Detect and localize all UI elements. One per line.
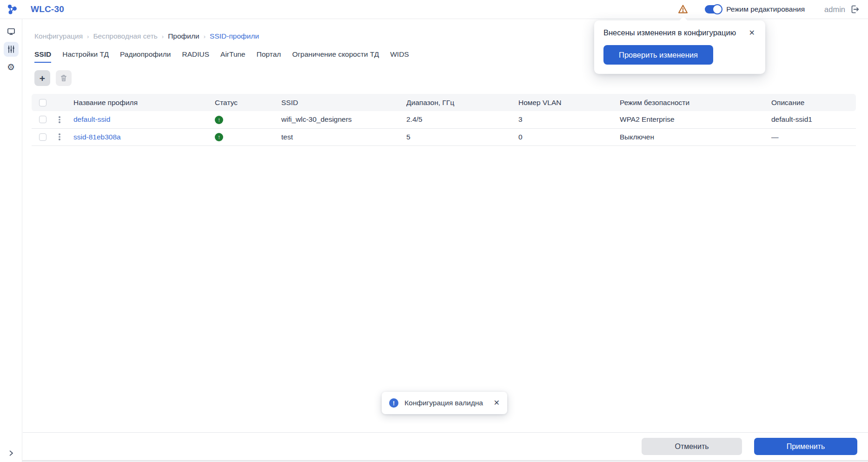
status-up-icon: ↑: [215, 116, 223, 124]
breadcrumb-separator-icon: ›: [204, 33, 205, 40]
status-up-icon: ↑: [215, 133, 223, 141]
tab-ssid[interactable]: SSID: [34, 50, 51, 63]
sidebar: ⚙: [0, 19, 22, 462]
select-all-checkbox[interactable]: [39, 99, 46, 106]
column-header-vlan[interactable]: Номер VLAN: [518, 94, 620, 111]
breadcrumb-separator-icon: ›: [87, 33, 89, 40]
toast-close-icon[interactable]: ✕: [493, 398, 501, 408]
column-header-security[interactable]: Режим безопасности: [620, 94, 771, 111]
kebab-header-cell: [50, 94, 73, 111]
cell-ssid: wifi_wlc-30_designers: [281, 111, 406, 128]
tab-portal[interactable]: Портал: [257, 50, 281, 63]
logout-icon[interactable]: [849, 4, 860, 15]
breadcrumb-item-wireless[interactable]: Беспроводная сеть: [93, 32, 157, 40]
column-header-band[interactable]: Диапазон, ГГц: [406, 94, 518, 111]
trash-icon: [60, 74, 68, 82]
column-header-name[interactable]: Название профиля: [73, 94, 215, 111]
cell-ssid: test: [281, 128, 406, 145]
sidebar-item-settings[interactable]: ⚙: [4, 59, 19, 74]
toggle-knob: [712, 4, 722, 14]
tab-radio-profiles[interactable]: Радиопрофили: [120, 50, 171, 63]
cell-vlan: 3: [518, 111, 620, 128]
sidebar-item-monitoring[interactable]: [4, 24, 19, 39]
sidebar-expand-chevron-icon[interactable]: [0, 450, 22, 456]
apply-button[interactable]: Применить: [754, 438, 857, 455]
column-header-ssid[interactable]: SSID: [281, 94, 406, 111]
breadcrumb-item-configuration[interactable]: Конфигурация: [34, 32, 83, 40]
cell-vlan: 0: [518, 128, 620, 145]
tab-ap-settings[interactable]: Настройки ТД: [62, 50, 109, 63]
main-content: Конфигурация › Беспроводная сеть › Профи…: [23, 19, 868, 432]
popup-title: Внесены изменения в конфигурацию: [603, 28, 748, 37]
check-changes-button[interactable]: Проверить изменения: [603, 45, 713, 65]
config-changes-popup: Внесены изменения в конфигурацию ✕ Прове…: [594, 20, 765, 74]
row-checkbox[interactable]: [39, 116, 46, 123]
cell-band: 2.4/5: [406, 111, 518, 128]
row-menu-kebab-icon[interactable]: [50, 116, 60, 123]
add-profile-button[interactable]: +: [34, 70, 50, 86]
cell-description: default-ssid1: [771, 111, 856, 128]
monitor-icon: [7, 27, 16, 36]
tab-ap-rate-limit[interactable]: Ограничение скорости ТД: [292, 50, 379, 63]
config-valid-toast: ! Конфигурация валидна ✕: [382, 392, 507, 414]
cell-security: WPA2 Enterprise: [620, 111, 771, 128]
app-title: WLC-30: [31, 4, 64, 14]
cell-band: 5: [406, 128, 518, 145]
column-header-status[interactable]: Статус: [215, 94, 281, 111]
toast-text: Конфигурация валидна: [404, 399, 487, 407]
popup-close-icon[interactable]: ✕: [748, 28, 756, 38]
row-checkbox[interactable]: [39, 133, 46, 141]
tab-airtune[interactable]: AirTune: [220, 50, 245, 63]
plus-icon: +: [40, 73, 45, 83]
delete-profile-button[interactable]: [56, 70, 72, 86]
warning-triangle-icon[interactable]: [677, 4, 689, 15]
table-row: default-ssid ↑ wifi_wlc-30_designers 2.4…: [32, 111, 856, 128]
footer-action-bar: Отменить Применить: [23, 432, 868, 460]
row-menu-kebab-icon[interactable]: [50, 133, 60, 140]
sliders-icon: [7, 45, 16, 54]
breadcrumb-separator-icon: ›: [162, 33, 164, 40]
table-header-row: Название профиля Статус SSID Диапазон, Г…: [32, 94, 856, 111]
edit-mode-toggle[interactable]: [705, 5, 722, 13]
cancel-button[interactable]: Отменить: [642, 438, 742, 455]
profile-link[interactable]: ssid-81eb308a: [73, 133, 121, 141]
user-name[interactable]: admin: [824, 5, 845, 14]
tab-radius[interactable]: RADIUS: [182, 50, 209, 63]
ssid-profiles-table: Название профиля Статус SSID Диапазон, Г…: [32, 94, 855, 146]
profile-link[interactable]: default-ssid: [73, 115, 110, 123]
topbar: WLC-30 Режим редактирования admin: [0, 0, 868, 19]
tab-wids[interactable]: WIDS: [390, 50, 409, 63]
edit-mode-label: Режим редактирования: [726, 5, 805, 13]
cell-security: Выключен: [620, 128, 771, 145]
cell-description: —: [771, 128, 856, 145]
gear-icon: ⚙: [7, 63, 15, 72]
breadcrumb-item-profiles[interactable]: Профили: [168, 32, 199, 40]
bottom-edge-strip: [0, 460, 868, 462]
app-logo-icon: [6, 4, 17, 15]
info-icon: !: [389, 398, 398, 408]
table-row: ssid-81eb308a ↑ test 5 0 Выключен —: [32, 128, 856, 145]
breadcrumb-item-ssid-profiles[interactable]: SSID-профили: [210, 32, 259, 40]
column-header-description[interactable]: Описание: [771, 94, 856, 111]
sidebar-item-configuration[interactable]: [4, 42, 19, 57]
